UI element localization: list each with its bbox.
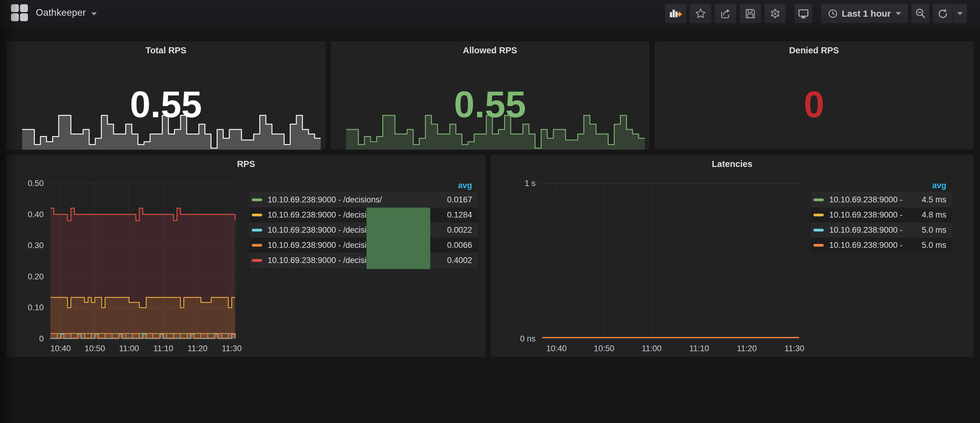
- refresh-button[interactable]: [933, 4, 952, 23]
- legend-series-avg-value: 0.1284: [430, 210, 472, 220]
- panel-title[interactable]: Allowed RPS: [331, 46, 649, 55]
- svg-text:0.20: 0.20: [28, 272, 44, 281]
- save-icon: [744, 7, 757, 20]
- panel-latencies-graph: Latencies 1 s0 ns10:4010:5011:0011:1011:…: [491, 155, 974, 357]
- svg-text:11:30: 11:30: [784, 344, 805, 353]
- svg-text:0: 0: [39, 334, 44, 343]
- refresh-interval-button[interactable]: [952, 4, 967, 23]
- zoom-out-button[interactable]: [911, 4, 930, 23]
- legend-series-label[interactable]: 10.10.69.238:9000 - p95: [829, 210, 904, 220]
- dashboards-grid-icon[interactable]: [11, 4, 28, 21]
- legend-series-dash-icon[interactable]: [813, 244, 824, 247]
- refresh-icon: [936, 7, 949, 20]
- dashboard-title-caret-icon[interactable]: [91, 13, 97, 16]
- stat-value-allowed-rps: 0.55: [331, 86, 649, 123]
- panel-rps-graph: RPS 0.500.400.300.200.10010:4010:5011:00…: [6, 155, 486, 357]
- share-icon: [719, 7, 732, 20]
- legend-series-dash-icon[interactable]: [252, 214, 262, 216]
- panel-title[interactable]: Total RPS: [6, 46, 326, 55]
- legend-row: 10.10.69.238:9000 - p1005.0 ms: [811, 238, 952, 253]
- svg-text:1 s: 1 s: [525, 179, 536, 188]
- legend-series-dash-icon[interactable]: [813, 229, 824, 231]
- legend-series-avg-value: 0.4002: [430, 256, 472, 265]
- legend-series-dash-icon[interactable]: [252, 259, 262, 262]
- time-range-label: Last 1 hour: [842, 8, 891, 19]
- svg-text:11:00: 11:00: [119, 344, 139, 353]
- clock-icon: [828, 8, 838, 19]
- stat-value-denied-rps: 0: [654, 86, 974, 123]
- legend-series-dash-icon[interactable]: [813, 198, 824, 201]
- svg-text:10:50: 10:50: [85, 344, 105, 353]
- legend-series-dash-icon[interactable]: [252, 198, 262, 201]
- tv-icon: [797, 7, 810, 20]
- legend-row: 10.10.69.238:9000 - /decisions/0.0066: [250, 238, 477, 253]
- bar-chart-plus-icon: [669, 7, 682, 20]
- time-range-picker[interactable]: Last 1 hour: [821, 4, 908, 23]
- svg-text:0 ns: 0 ns: [520, 334, 536, 343]
- svg-text:10:40: 10:40: [546, 344, 567, 353]
- svg-text:10:50: 10:50: [594, 344, 614, 353]
- legend-series-label[interactable]: 10.10.69.238:9000 - /decisions/: [267, 195, 430, 204]
- legend-avg-header[interactable]: avg: [811, 179, 952, 192]
- svg-text:11:30: 11:30: [222, 344, 242, 353]
- legend-series-avg-value: 4.5 ms: [904, 195, 946, 204]
- grid-square: [11, 13, 19, 21]
- zoom-out-icon: [914, 7, 927, 20]
- legend-row: 10.10.69.238:9000 - p954.8 ms: [811, 207, 952, 222]
- legend-avg-header[interactable]: avg: [250, 179, 477, 192]
- legend-row: 10.10.69.238:9000 - p995.0 ms: [811, 222, 952, 238]
- legend-series-dash-icon[interactable]: [252, 244, 262, 247]
- star-button[interactable]: [690, 4, 711, 23]
- share-button[interactable]: [714, 4, 737, 23]
- legend-row: 10.10.69.238:9000 - /decisions/0.1284: [250, 207, 477, 222]
- legend-row: 10.10.69.238:9000 - p904.5 ms: [811, 192, 952, 207]
- legend-series-avg-value: 0.0066: [430, 241, 472, 250]
- grid-square: [20, 4, 28, 12]
- svg-text:11:20: 11:20: [188, 344, 208, 353]
- grid-square: [11, 4, 19, 12]
- svg-text:0.50: 0.50: [28, 179, 44, 188]
- refresh-split-button: [933, 4, 967, 23]
- panel-allowed-rps: Allowed RPS 0.55: [331, 41, 649, 150]
- legend-series-label[interactable]: 10.10.69.238:9000 - p100: [829, 241, 904, 250]
- legend-series-avg-value: 0.0022: [430, 225, 472, 235]
- svg-text:11:10: 11:10: [689, 344, 710, 353]
- svg-text:10:40: 10:40: [50, 344, 71, 353]
- latencies-legend: avg 10.10.69.238:9000 - p904.5 ms10.10.6…: [811, 179, 952, 253]
- legend-row: 10.10.69.238:9000 - /decisions/0.0167: [250, 192, 477, 207]
- refresh-interval-caret-icon: [957, 12, 963, 15]
- dashboard-toolbar: Last 1 hour: [665, 4, 967, 23]
- svg-text:0.30: 0.30: [28, 241, 44, 250]
- svg-text:11:00: 11:00: [642, 344, 662, 353]
- dashboard-title[interactable]: Oathkeeper: [36, 7, 86, 18]
- star-icon: [694, 7, 707, 20]
- rps-legend: avg 10.10.69.238:9000 - /decisions/0.016…: [250, 179, 477, 268]
- gear-icon: [768, 7, 782, 20]
- svg-text:11:10: 11:10: [153, 344, 173, 353]
- settings-button[interactable]: [764, 4, 786, 23]
- add-panel-button[interactable]: [665, 4, 687, 23]
- navbar: Oathkeeper: [0, 0, 980, 28]
- legend-overlay-box: [366, 208, 430, 269]
- legend-series-label[interactable]: 10.10.69.238:9000 - p90: [829, 195, 904, 204]
- legend-series-avg-value: 0.0167: [430, 195, 472, 204]
- legend-series-dash-icon[interactable]: [252, 229, 262, 231]
- svg-text:11:20: 11:20: [737, 344, 757, 353]
- time-range-caret-icon: [896, 12, 901, 15]
- rps-chart-plot[interactable]: 0.500.400.300.200.10010:4010:5011:0011:1…: [6, 155, 246, 357]
- panel-title[interactable]: Denied RPS: [654, 46, 974, 55]
- legend-series-avg-value: 4.8 ms: [904, 210, 946, 220]
- legend-series-label[interactable]: 10.10.69.238:9000 - p99: [829, 225, 904, 235]
- legend-row: 10.10.69.238:9000 - /decisions/0.0022: [250, 222, 477, 238]
- panel-denied-rps: Denied RPS 0: [654, 41, 974, 150]
- grid-square: [20, 13, 28, 21]
- stat-value-total-rps: 0.55: [6, 86, 326, 123]
- svg-text:0.10: 0.10: [28, 303, 44, 312]
- legend-series-avg-value: 5.0 ms: [904, 225, 946, 235]
- save-button[interactable]: [740, 4, 761, 23]
- cycle-view-button[interactable]: [794, 4, 813, 23]
- svg-text:0.40: 0.40: [28, 210, 44, 219]
- legend-series-dash-icon[interactable]: [813, 214, 824, 216]
- latencies-chart-plot[interactable]: 1 s0 ns10:4010:5011:0011:1011:2011:30: [491, 155, 809, 357]
- panel-total-rps: Total RPS 0.55: [6, 41, 326, 150]
